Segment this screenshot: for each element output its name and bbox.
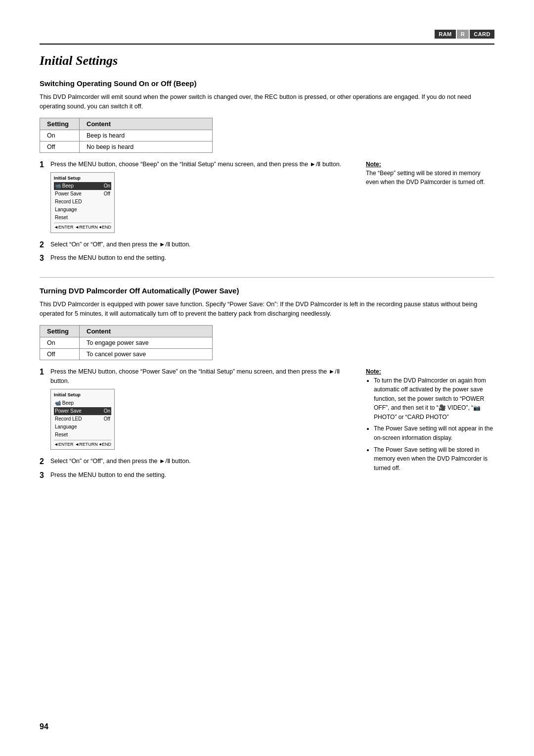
section2-step1: 1 Press the MENU button, choose “Power S… (40, 367, 351, 453)
badge-card: CARD (470, 30, 494, 39)
top-rule (40, 44, 494, 45)
section1-note-box: Note: The “Beep” setting will be stored … (366, 160, 494, 187)
sm2-title: Initial Setup (54, 391, 111, 398)
badge-r: R (457, 30, 469, 39)
table1-col2-header: Content (80, 118, 213, 130)
sm2-bottom: ◄ENTER ◄RETURN ●END (54, 440, 111, 448)
section2-step3-text: Press the MENU button to end the setting… (50, 471, 351, 480)
note-bullet-1: To turn the DVD Palmcorder on again from… (374, 376, 494, 422)
sm2-row2: Power SaveOn (54, 407, 111, 415)
table2-row1-content: To engage power save (80, 337, 213, 348)
section2-note: Note: To turn the DVD Palmcorder on agai… (366, 367, 494, 475)
section2-screen: Initial Setup 📹 Beep Power SaveOn Record… (50, 389, 115, 450)
table2-row2-content: To cancel power save (80, 348, 213, 360)
table1-row2-content: No beep is heard (80, 141, 213, 152)
table2-col2-header: Content (80, 325, 213, 337)
section1-step3-text: Press the MENU button to end the setting… (50, 253, 351, 263)
table-row: On To engage power save (40, 337, 213, 348)
page-number: 94 (40, 722, 48, 731)
sm1-row3: Record LED (54, 198, 111, 206)
section1-step2-text: Select “On” or “Off”, and then press the… (50, 240, 351, 249)
header-badges: RAM R CARD (40, 30, 494, 39)
sm2-row3: Record LEDOff (54, 415, 111, 423)
section1-steps: 1 Press the MENU button, choose “Beep” o… (40, 160, 351, 267)
section2-step1-text: Press the MENU button, choose “Power Sav… (50, 368, 340, 384)
section1-step2: 2 Select “On” or “Off”, and then press t… (40, 240, 351, 249)
table-row: Off No beep is heard (40, 141, 213, 152)
section1-step3: 3 Press the MENU button to end the setti… (40, 253, 351, 263)
sm1-row1: 📹 BeepOn (54, 182, 111, 190)
page: RAM R CARD Initial Settings Switching Op… (0, 0, 534, 756)
section2-step2: 2 Select “On” or “Off”, and then press t… (40, 457, 351, 466)
sm2-row1: 📹 Beep (54, 399, 111, 407)
table1-col1-header: Setting (40, 118, 80, 130)
section1-note-label: Note: (366, 161, 381, 168)
note-bullet-2: The Power Save setting will not appear i… (374, 424, 494, 442)
section2-intro: This DVD Palmcorder is equipped with pow… (40, 300, 494, 319)
section2-step2-text: Select “On” or “Off”, and then press the… (50, 457, 351, 466)
sm1-row4: Language (54, 206, 111, 214)
section2-steps: 1 Press the MENU button, choose “Power S… (40, 367, 351, 484)
section2-heading: Turning DVD Palmcorder Off Automatically… (40, 286, 494, 295)
note-bullet-3: The Power Save setting will be stored in… (374, 445, 494, 473)
table1-row2-setting: Off (40, 141, 80, 152)
page-title: Initial Settings (40, 53, 494, 68)
section2-step3: 3 Press the MENU button to end the setti… (40, 471, 351, 480)
section1-heading: Switching Operating Sound On or Off (Bee… (40, 79, 494, 88)
section-divider (40, 277, 494, 278)
table2-row2-setting: Off (40, 348, 80, 360)
section1-note: Note: The “Beep” setting will be stored … (366, 160, 494, 187)
sm2-row5: Reset (54, 431, 111, 439)
section2-table: Setting Content On To engage power save … (40, 325, 213, 360)
sm1-row5: Reset (54, 214, 111, 222)
table1-row1-content: Beep is heard (80, 130, 213, 141)
section2-note-box: Note: To turn the DVD Palmcorder on agai… (366, 367, 494, 473)
section2-steps-note: 1 Press the MENU button, choose “Power S… (40, 367, 494, 484)
table2-row1-setting: On (40, 337, 80, 348)
section2-note-bullets: To turn the DVD Palmcorder on again from… (366, 376, 494, 473)
section1-intro: This DVD Palmcorder will emit sound when… (40, 93, 494, 112)
section1-step1: 1 Press the MENU button, choose “Beep” o… (40, 160, 351, 236)
section1-table: Setting Content On Beep is heard Off No … (40, 118, 213, 153)
section1-steps-note: 1 Press the MENU button, choose “Beep” o… (40, 160, 494, 267)
table2-col1-header: Setting (40, 325, 80, 337)
section1-step1-text: Press the MENU button, choose “Beep” on … (50, 161, 341, 168)
sm2-row4: Language (54, 423, 111, 431)
sm1-bottom: ◄ENTER ◄RETURN ●END (54, 223, 111, 231)
table1-row1-setting: On (40, 130, 80, 141)
table-row: Off To cancel power save (40, 348, 213, 360)
badge-ram: RAM (435, 30, 456, 39)
sm1-title: Initial Setup (54, 175, 111, 181)
section1-note-text: The “Beep” setting will be stored in mem… (366, 170, 485, 186)
section2-note-label: Note: (366, 368, 381, 375)
table-row: On Beep is heard (40, 130, 213, 141)
sm1-row2: Power SaveOff (54, 190, 111, 198)
section1-screen: Initial Setup 📹 BeepOn Power SaveOff Rec… (50, 172, 115, 233)
